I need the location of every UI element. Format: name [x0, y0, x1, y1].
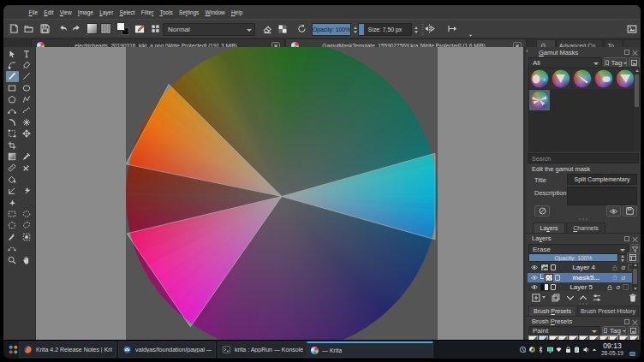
tool-reference-images[interactable] [6, 197, 19, 208]
spin-up-icon[interactable] [354, 27, 357, 29]
task-firefox[interactable]: Krita 4.2 Release Notes | Krita - ... [19, 341, 116, 358]
spin-down-icon[interactable] [354, 31, 357, 33]
tool-select-bezier[interactable] [6, 243, 19, 254]
tray-color-manager[interactable] [528, 346, 536, 353]
tray-lock[interactable] [564, 346, 572, 353]
tray-bluetooth[interactable] [537, 346, 545, 353]
tool-multibrush[interactable] [21, 116, 33, 128]
tool-select-contiguous[interactable] [6, 231, 19, 242]
tool-select-rect[interactable] [6, 208, 19, 219]
save-button[interactable] [38, 21, 51, 36]
task-konsole[interactable]: krita : AppRun — Konsole [218, 341, 315, 358]
eraser-button[interactable] [260, 21, 274, 36]
tool-select-ellipse[interactable] [21, 208, 33, 219]
tool-gradient[interactable] [6, 151, 19, 163]
tool-polyline[interactable] [21, 94, 33, 105]
new-document-button[interactable] [7, 21, 21, 36]
brush-preset-thumb[interactable] [579, 335, 588, 340]
delete-layer-button[interactable] [627, 292, 639, 303]
tool-select-shapes[interactable] [6, 48, 19, 59]
menu-help[interactable]: Help [228, 8, 246, 17]
panel-splitter-handle-2[interactable] [579, 303, 587, 305]
tool-fill[interactable] [6, 174, 19, 185]
tool-color-sampler[interactable] [21, 151, 33, 163]
scroll-up-icon[interactable] [634, 264, 637, 266]
menu-image[interactable]: Image [75, 8, 96, 17]
tray-search-clock[interactable] [519, 346, 527, 353]
mask-sliver[interactable] [572, 68, 593, 89]
tool-polygon[interactable] [6, 94, 19, 105]
tool-select-polygon[interactable] [6, 220, 19, 231]
tool-line[interactable] [21, 71, 33, 82]
undo-button[interactable] [56, 21, 69, 36]
tray-display[interactable] [546, 346, 554, 353]
float-docker-icon[interactable] [624, 236, 629, 241]
layer-opacity-slider[interactable]: Opacity: 100% [528, 253, 618, 262]
show-desktop-widget[interactable] [629, 352, 635, 356]
menu-tools[interactable]: Tools [157, 8, 176, 17]
menu-edit[interactable]: Edit [41, 8, 57, 17]
brush-preset-thumb[interactable] [539, 335, 548, 340]
edit-brush-settings-button[interactable] [133, 21, 146, 36]
mask-description-input[interactable] [567, 187, 637, 205]
reload-preset-button[interactable] [295, 21, 308, 36]
brush-preset-thumb[interactable] [558, 335, 568, 340]
tool-magnetic-curve[interactable] [21, 186, 33, 197]
layer-properties-button[interactable] [591, 292, 603, 303]
brush-preset-thumb[interactable] [609, 335, 618, 340]
tool-pan[interactable] [21, 254, 33, 265]
tool-calligraphy[interactable] [21, 59, 33, 70]
menu-select[interactable]: Select [116, 8, 138, 17]
mask-title-input[interactable]: Split Complementary [567, 174, 637, 185]
brush-filter-select[interactable]: Paint [528, 326, 600, 335]
spin-up-icon[interactable] [621, 255, 624, 258]
tool-assistants[interactable] [6, 186, 19, 197]
tab-brush-presets[interactable]: Brush Presets [528, 306, 576, 316]
save-mask-button[interactable] [623, 205, 637, 217]
tool-move[interactable] [21, 128, 33, 139]
menu-settings[interactable]: Settings [176, 8, 202, 17]
canvas-viewport[interactable] [36, 47, 523, 340]
scroll-up-icon[interactable] [635, 69, 639, 72]
mask-triangle[interactable] [551, 68, 571, 89]
tray-volume[interactable] [582, 346, 590, 353]
menu-filter[interactable]: Filter [138, 8, 157, 17]
opacity-slider-spin[interactable] [352, 23, 358, 36]
masks-scrollbar[interactable] [634, 68, 640, 151]
brush-preset-thumb[interactable] [528, 335, 538, 340]
pattern-chooser-button[interactable] [100, 23, 111, 34]
brush-tag-button[interactable]: Tag [602, 326, 626, 335]
mask-split-complementary[interactable] [529, 90, 550, 110]
mask-blob-and-dot[interactable] [529, 68, 550, 89]
tray-wifi[interactable] [555, 346, 563, 353]
tool-freehand-brush[interactable] [6, 71, 19, 82]
app-launcher-button[interactable] [7, 343, 20, 356]
menu-file[interactable]: File [26, 8, 41, 17]
mask-dot-ellipse[interactable] [593, 68, 614, 89]
cancel-edit-button[interactable] [534, 205, 550, 217]
size-slider-spin[interactable] [413, 23, 419, 36]
choose-brush-preset-button[interactable] [148, 21, 162, 36]
tool-ellipse[interactable] [21, 82, 33, 93]
tray-caret-up[interactable] [591, 346, 598, 353]
brush-display-mode-button[interactable] [628, 326, 639, 335]
brush-preset-thumb[interactable] [549, 335, 558, 340]
preserve-alpha-button[interactable] [276, 21, 289, 36]
tool-rectangle[interactable] [6, 82, 19, 93]
brush-preset-thumb[interactable] [589, 335, 599, 340]
scrollbar-thumb[interactable] [633, 269, 637, 284]
task-krita[interactable]: — Krita [307, 341, 433, 358]
tab-brush-preset-history[interactable]: Brush Preset History [577, 306, 639, 316]
menu-view[interactable]: View [57, 8, 75, 17]
tool-transform[interactable] [6, 128, 19, 139]
tool-select-outline[interactable] [21, 220, 33, 231]
fg-bg-colors-button[interactable] [116, 22, 129, 35]
brush-preset-thumb[interactable] [629, 335, 639, 340]
scroll-down-icon[interactable] [634, 288, 637, 290]
tool-edit-shapes[interactable] [6, 59, 19, 70]
brush-preset-thumb[interactable] [569, 335, 578, 340]
tool-measure[interactable] [6, 163, 19, 174]
mask-wide-triangle[interactable] [615, 68, 635, 89]
size-slider[interactable]: Size: 7,50 px [358, 23, 412, 36]
close-docker-icon[interactable] [632, 319, 637, 324]
